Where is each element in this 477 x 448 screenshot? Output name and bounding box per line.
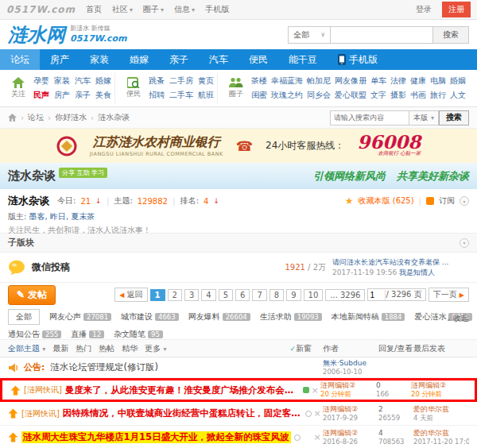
page-9[interactable]: 9 xyxy=(286,289,301,301)
page-7[interactable]: 7 xyxy=(252,289,266,301)
subnav-link[interactable]: 同乡会 xyxy=(307,90,331,101)
all-topics-dropdown[interactable]: 全部主题 ▾ xyxy=(8,343,45,354)
subnav-link[interactable]: 家装 xyxy=(54,75,70,87)
thread-title[interactable]: 因特殊情况，中联壹城商业街经营中蛋糕店转让，固定客源接手就经营 xyxy=(63,407,302,419)
nav-forum[interactable]: 论坛 xyxy=(0,49,40,70)
nav-parenting[interactable]: 亲子 xyxy=(159,49,199,70)
filters-collapse-link[interactable]: ▴ 收起 xyxy=(448,313,469,324)
breadcrumb-section[interactable]: 你好涟水 xyxy=(55,112,87,123)
topbar-link-info[interactable]: 信息▾ xyxy=(174,4,195,15)
nav-cars[interactable]: 汽车 xyxy=(199,49,238,70)
new-window-toggle[interactable]: ✓新窗 xyxy=(289,343,312,354)
filter-tab[interactable]: 网友心声27081 xyxy=(49,311,111,322)
subnav-link[interactable]: 法律 xyxy=(390,75,406,87)
announcement-author[interactable]: 無米·Subdue xyxy=(323,358,378,368)
subnav-link[interactable]: 玫瑰之约 xyxy=(271,90,303,101)
login-link[interactable]: 登录 xyxy=(416,4,432,15)
page-5[interactable]: 5 xyxy=(219,289,233,301)
filter-tab[interactable]: 杂文随笔95 xyxy=(114,329,163,340)
page-4[interactable]: 4 xyxy=(201,289,215,301)
subnav-link[interactable]: 文字 xyxy=(370,90,386,101)
filter-tab[interactable]: 本地新闻特稿1884 xyxy=(332,311,405,322)
page-3[interactable]: 3 xyxy=(184,289,199,301)
board-search-scope[interactable]: 本版▾ xyxy=(409,110,439,126)
subnav-link[interactable]: 摄影 xyxy=(390,90,406,101)
subforum-name[interactable]: 微信投稿 xyxy=(32,261,70,274)
page-8[interactable]: 8 xyxy=(270,289,284,301)
nav-services[interactable]: 便民 xyxy=(238,49,278,70)
subnav-link[interactable]: 美食 xyxy=(95,90,111,101)
subnav-link[interactable]: 旅行 xyxy=(430,90,446,101)
thread-title[interactable]: 涟水周大生珠宝九华楼店1月15日盛大开业，掀起全新的珠宝风波 xyxy=(21,431,291,443)
page-1[interactable]: 1 xyxy=(150,289,165,301)
thread-author[interactable]: 涟网编辑② xyxy=(323,404,378,414)
subforum-lastpost-user[interactable]: 我是知情人 xyxy=(399,268,435,276)
subscribe-link[interactable]: 订阅 xyxy=(439,195,455,207)
thread-tag[interactable]: [涟网快讯] xyxy=(21,408,60,419)
breadcrumb-current[interactable]: 涟水杂谈 xyxy=(98,112,130,123)
page-ellipsis[interactable]: ... 3296 xyxy=(325,289,365,301)
new-post-button[interactable]: ✎发帖 xyxy=(8,285,56,305)
subnav-link[interactable]: 爱心联盟 xyxy=(335,90,366,101)
nav-wedding[interactable]: 婚嫁 xyxy=(119,49,159,70)
collapse-toggle[interactable]: ▾ xyxy=(460,196,469,206)
close-icon[interactable]: × xyxy=(312,408,323,419)
favorite-board-link[interactable]: 收藏本版 (625) xyxy=(359,195,414,207)
subnav-link[interactable]: 帕加尼 xyxy=(307,75,331,87)
subnav-link[interactable]: 航班 xyxy=(198,90,214,101)
subnav-link[interactable]: 网友像册 xyxy=(335,75,366,87)
thread-title[interactable]: 曼度来了，从此淮安更有趣！淮安曼度广场推介发布会顺利举行！ xyxy=(65,384,300,396)
nav-realestate[interactable]: 房产 xyxy=(40,49,80,70)
nav-decor[interactable]: 家装 xyxy=(80,49,119,70)
subnav-link[interactable]: 书画 xyxy=(410,90,426,101)
thread-tag[interactable]: [涟网快讯] xyxy=(24,384,62,396)
page-jump-input[interactable] xyxy=(368,290,386,300)
filter-tab[interactable]: 城市建设4663 xyxy=(121,311,179,322)
topbar-link-community[interactable]: 社区▾ xyxy=(112,4,133,15)
lastpost-user[interactable]: 爱的华尔兹 xyxy=(413,404,469,414)
bank-ad-banner[interactable]: 江苏涟水农村商业银行 JIANGSU LIANSHUI RURAL COMMER… xyxy=(0,129,477,163)
lastpost-user[interactable]: 爱的华尔兹 xyxy=(413,428,469,438)
home-icon[interactable] xyxy=(8,114,17,122)
filter-tab[interactable]: 直播12 xyxy=(71,329,104,340)
pagination-back[interactable]: ◀ 返回 xyxy=(114,288,147,302)
subnav-link[interactable]: 亲子 xyxy=(75,90,91,101)
subnav-link[interactable]: 婚姻 xyxy=(450,75,466,87)
filter-tab[interactable]: 网友爆料26604 xyxy=(188,311,250,322)
close-icon[interactable]: × xyxy=(312,432,323,442)
subnav-link[interactable]: 人文 xyxy=(450,90,466,101)
subnav-link[interactable]: 健康 xyxy=(410,75,426,87)
subnav-link[interactable]: 二手车 xyxy=(169,90,193,101)
subforums-collapse-toggle[interactable]: ▾ xyxy=(460,238,469,248)
sort-hotpost[interactable]: 热帖 xyxy=(99,343,114,354)
topbar-link-home[interactable]: 首页 xyxy=(86,4,102,15)
subnav-link-minsheng[interactable]: 民声 xyxy=(33,90,49,101)
subnav-link[interactable]: 跳蚤 xyxy=(149,75,165,87)
site-search-button[interactable]: 搜索 xyxy=(433,26,469,44)
announcement-title[interactable]: 涟水论坛管理规定(修订版) xyxy=(50,361,157,373)
sort-more-dropdown[interactable]: 更多 ▾ xyxy=(145,343,166,354)
subnav-link[interactable]: 闺蜜 xyxy=(251,90,267,101)
topbar-logo[interactable]: 0517W.com xyxy=(6,4,76,15)
subnav-link[interactable]: 招聘 xyxy=(149,90,165,101)
page-2[interactable]: 2 xyxy=(168,289,182,301)
subnav-link[interactable]: 汽车 xyxy=(75,75,91,87)
moderators-links[interactable]: 墨客, 昨日, 夏末茶 xyxy=(29,212,95,221)
subnav-link[interactable]: 电脑 xyxy=(430,75,446,87)
board-search-button[interactable]: 搜索 xyxy=(439,110,469,126)
site-search-input[interactable] xyxy=(330,26,433,44)
subnav-link[interactable]: 婚嫁 xyxy=(95,75,111,87)
subnav-link[interactable]: 房产 xyxy=(54,90,70,101)
topbar-link-mobile[interactable]: 手机版 xyxy=(205,4,229,15)
thread-author[interactable]: 涟网编辑② xyxy=(323,428,378,438)
filter-tab[interactable]: 生活求助19093 xyxy=(260,311,322,322)
subnav-link[interactable]: 黄页 xyxy=(198,75,214,87)
search-scope-dropdown[interactable]: 全部∨ xyxy=(288,26,330,44)
close-icon[interactable]: × xyxy=(309,385,320,396)
thread-author[interactable]: 涟网编辑② xyxy=(320,380,376,390)
subnav-link[interactable]: 单车 xyxy=(370,75,386,87)
sort-newest[interactable]: 最新 xyxy=(52,343,68,354)
sort-hot[interactable]: 热门 xyxy=(76,343,91,354)
site-logo[interactable]: 涟水网 新涟水 新传媒 0517W.com xyxy=(8,22,127,48)
page-6[interactable]: 6 xyxy=(235,289,250,301)
